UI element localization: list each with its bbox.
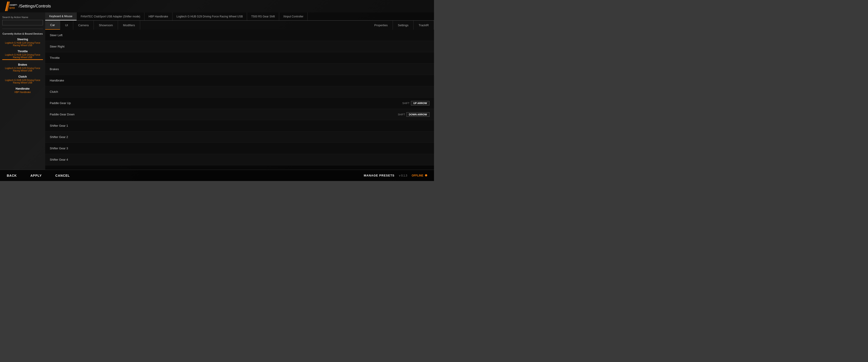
search-input[interactable] — [2, 20, 43, 25]
tab-fanatec[interactable]: FANATEC ClubSport USB Adapter (Shifter m… — [76, 12, 145, 20]
svg-text:ASSETTO CORSA: ASSETTO CORSA — [9, 4, 17, 6]
binding-clutch[interactable]: Clutch — [45, 86, 434, 98]
binding-throttle[interactable]: Throttle — [45, 52, 434, 63]
svg-text:EVO: EVO — [9, 6, 15, 9]
shift-label-paddle-down: SHIFT — [398, 113, 405, 116]
binding-paddle-gear-up[interactable]: Paddle Gear Up SHIFT UP ARROW — [45, 98, 434, 109]
binding-steer-left[interactable]: Steer Left — [45, 30, 434, 41]
sidebar-device-clutch: Clutch Logitech G HUB G29 Driving Force … — [2, 75, 43, 84]
binding-shifter-3[interactable]: Shifter Gear 3 — [45, 143, 434, 154]
tab-trackir[interactable]: TrackIR — [414, 21, 434, 30]
manage-presets-button[interactable]: MANAGE PRESETS — [364, 174, 395, 177]
device-tab-bar: Keyboard & Mouse FANATEC ClubSport USB A… — [45, 12, 434, 21]
binding-steer-right[interactable]: Steer Right — [45, 41, 434, 52]
breadcrumb: /Settings/Controls — [19, 4, 51, 8]
footer: BACK APPLY CANCEL MANAGE PRESETS v 0.1.3… — [0, 170, 434, 181]
content-area: Keyboard & Mouse FANATEC ClubSport USB A… — [45, 12, 434, 170]
tab-logitech[interactable]: Logitech G HUB G29 Driving Force Racing … — [173, 12, 247, 20]
apply-button[interactable]: APPLY — [30, 174, 41, 177]
key-badge-paddle-down[interactable]: DOWN ARROW — [406, 112, 430, 117]
binding-shifter-1[interactable]: Shifter Gear 1 — [45, 120, 434, 132]
tab-camera[interactable]: Camera — [73, 21, 94, 30]
offline-status: OFFLINE — [412, 174, 427, 177]
sidebar-device-steering: Steering Logitech G HUB G29 Driving Forc… — [2, 38, 43, 47]
logo-area: ASSETTO CORSA EVO — [4, 2, 17, 11]
binding-handbrake[interactable]: Handbrake — [45, 75, 434, 86]
sidebar-divider — [2, 29, 43, 29]
binding-shifter-2[interactable]: Shifter Gear 2 — [45, 132, 434, 143]
tab-showroom[interactable]: Showroom — [94, 21, 118, 30]
back-button[interactable]: BACK — [7, 174, 17, 177]
sidebar-device-throttle: Throttle Logitech G HUB G29 Driving Forc… — [2, 50, 43, 60]
tab-t500[interactable]: T500 RS Gear Shift — [247, 12, 279, 20]
offline-dot-icon — [425, 174, 427, 176]
sidebar: Search by Action Name Currently Active &… — [0, 12, 45, 170]
version-text: v 0.1.3 — [399, 174, 407, 177]
throttle-bar — [2, 59, 43, 60]
cancel-button[interactable]: CANCEL — [55, 174, 70, 177]
shift-label-paddle-up: SHIFT — [402, 102, 410, 105]
tab-properties[interactable]: Properties — [369, 21, 393, 30]
main-layout: Search by Action Name Currently Active &… — [0, 12, 434, 170]
binding-shifter-4[interactable]: Shifter Gear 4 — [45, 154, 434, 165]
binding-paddle-gear-down[interactable]: Paddle Gear Down SHIFT DOWN ARROW — [45, 109, 434, 120]
key-badge-paddle-up[interactable]: UP ARROW — [411, 101, 430, 106]
search-label: Search by Action Name — [2, 16, 43, 19]
tab-xinput[interactable]: Xinput Controller — [279, 12, 308, 20]
binding-brakes[interactable]: Brakes — [45, 63, 434, 75]
tab-modifiers[interactable]: Modifiers — [118, 21, 140, 30]
sidebar-device-brakes: Brakes Logitech G HUB G29 Driving Force … — [2, 63, 43, 72]
category-tab-bar: Car UI Camera Showroom Modifiers Propert… — [45, 21, 434, 30]
bindings-list[interactable]: Steer Left Steer Right Throttle Brakes H… — [45, 30, 434, 170]
footer-right: MANAGE PRESETS v 0.1.3 OFFLINE — [364, 174, 427, 177]
sidebar-device-handbrake: Handbrake HBP Handbrake — [2, 87, 43, 93]
key-area-paddle-gear-up: SHIFT UP ARROW — [402, 101, 430, 106]
tab-keyboard-mouse[interactable]: Keyboard & Mouse — [45, 12, 76, 20]
tab-hbp[interactable]: HBP Handbrake — [145, 12, 173, 20]
tab-settings[interactable]: Settings — [393, 21, 414, 30]
tab-ui[interactable]: UI — [60, 21, 73, 30]
key-area-paddle-gear-down: SHIFT DOWN ARROW — [398, 112, 430, 117]
tab-car[interactable]: Car — [45, 21, 60, 30]
sidebar-section-title: Currently Active & Bound Devices — [2, 32, 43, 35]
logo-icon: ASSETTO CORSA EVO — [4, 2, 17, 11]
header: ASSETTO CORSA EVO /Settings/Controls — [0, 0, 434, 12]
